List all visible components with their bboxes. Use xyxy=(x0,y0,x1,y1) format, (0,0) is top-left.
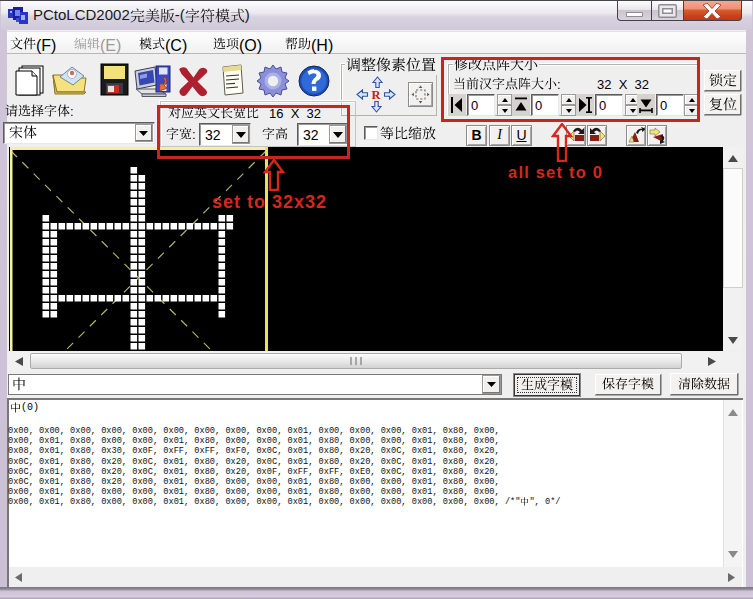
svg-text:R: R xyxy=(371,88,381,102)
